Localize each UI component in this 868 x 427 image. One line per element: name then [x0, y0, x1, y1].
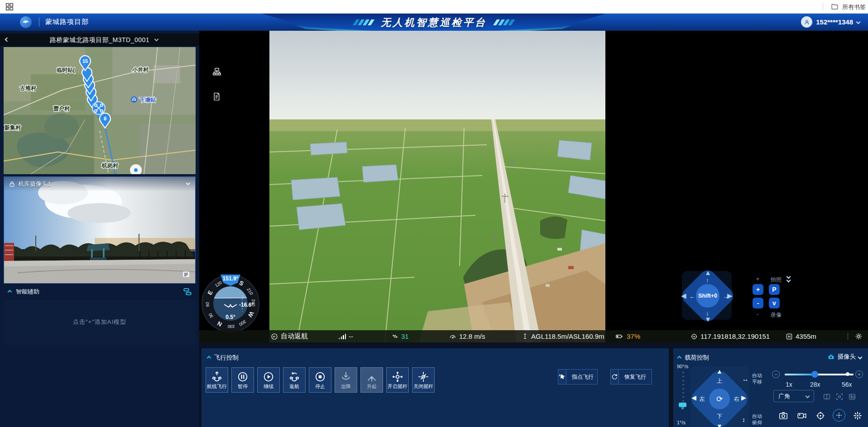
zoom-plus-label: +: [756, 276, 759, 282]
gimbal-control-active-icon[interactable]: [833, 409, 845, 422]
ai-models-icon[interactable]: [183, 287, 192, 296]
ai-model-empty-area[interactable]: 点击"+"添加AI模型: [4, 299, 196, 345]
dpad-down-triangle-icon[interactable]: ▼: [716, 423, 723, 427]
drone-video-feed: [269, 31, 605, 342]
route-flight-button[interactable]: 航线飞行: [206, 367, 228, 393]
device-title: 路桥蒙城北路项目部_M3TD_0001: [0, 33, 199, 46]
joystick-off-icon: [417, 371, 429, 383]
zoom-max-dot: [846, 372, 849, 376]
browser-bookmark-bar: 所有书签: [0, 0, 868, 14]
stop-button[interactable]: 停止: [309, 367, 331, 393]
left-sidebar: 路桥蒙城北路项目部_M3TD_0001 临时站( 小井村: [0, 31, 199, 427]
take-photo-icon[interactable]: [778, 411, 788, 421]
telemetry-status-bar: 自动返航 -- 31 12.8 m/s AGL118.5m/ASL160.9m …: [199, 330, 868, 342]
pause-button[interactable]: 暂停: [231, 367, 254, 393]
payload-control-header[interactable]: 载荷控制: [678, 354, 709, 362]
photo-key-button[interactable]: P: [769, 284, 780, 295]
return-home-icon: [288, 371, 300, 383]
dock-camera-collapse-icon[interactable]: [186, 181, 191, 185]
dpad-up-label: 上: [717, 377, 722, 385]
dpad-right-triangle-icon[interactable]: ▶: [741, 394, 746, 401]
joystick-on-icon: [392, 371, 403, 383]
ai-empty-hint: 点击"+"添加AI模型: [73, 318, 126, 326]
zoom-tick-28x: 28x: [810, 381, 820, 388]
gimbal-speed-max: 90°/s: [677, 364, 688, 369]
signal-strength: --: [339, 330, 353, 342]
device-topology-icon[interactable]: [212, 67, 222, 77]
dock-lock-icon: [9, 181, 15, 188]
screen-split-icon[interactable]: [823, 393, 831, 401]
auto-tilt-arrows-icon[interactable]: ↕: [742, 416, 745, 423]
zoom-plus-button[interactable]: +: [855, 370, 863, 378]
pad-down-triangle-icon[interactable]: ▼: [705, 316, 711, 323]
user-menu[interactable]: 152****1348: [801, 16, 860, 28]
point-flight-button[interactable]: 指点飞行: [558, 369, 598, 384]
battery-value: 37%: [627, 332, 640, 340]
take-off-icon: [366, 371, 378, 383]
apps-grid-icon[interactable]: [5, 2, 14, 12]
screen-grid-icon[interactable]: [848, 393, 856, 401]
auto-tilt-label: 自动俯仰: [752, 413, 764, 426]
lens-mode-dropdown[interactable]: 广角: [773, 390, 814, 402]
return-home-button[interactable]: 返航: [283, 367, 306, 393]
gimbal-center-key[interactable]: Shift+0: [696, 284, 719, 308]
zoom-slider-handle[interactable]: [811, 371, 818, 378]
record-key-button[interactable]: v: [769, 298, 780, 308]
dpad-up-triangle-icon[interactable]: ▲: [716, 368, 723, 375]
arrow-left-icon: ←: [689, 293, 695, 300]
gimbal-speed-min: 1°/s: [677, 420, 686, 425]
gps-coordinates: 117.191818,32.190151: [691, 330, 770, 342]
auto-pan-label: 自动平移: [752, 373, 764, 385]
map-label: 杭岗村: [101, 162, 118, 169]
rotate-icon: ⟳: [716, 394, 723, 404]
pause-icon: [237, 371, 249, 383]
dpad-left-triangle-icon[interactable]: ◀: [691, 394, 696, 401]
gimbal-speed-track[interactable]: [682, 372, 684, 407]
enable-joystick-button[interactable]: 开启摇杆: [386, 367, 409, 393]
satellite-value: 31: [401, 332, 409, 340]
chevron-down-icon: [858, 355, 863, 359]
screen-fit-icon[interactable]: [835, 393, 844, 401]
svg-text:330: 330: [228, 324, 235, 329]
record-label: 录像: [771, 311, 782, 319]
all-bookmarks-button[interactable]: 所有书签: [842, 3, 866, 11]
heading-value: 151.9°: [223, 275, 239, 282]
flight-log-icon[interactable]: [212, 92, 221, 101]
record-video-icon[interactable]: [797, 411, 807, 421]
flight-control-header[interactable]: 飞行控制: [207, 354, 239, 362]
ai-assist-header[interactable]: 智能辅助: [0, 286, 199, 297]
zoom-out-button[interactable]: -: [753, 298, 763, 308]
camera-selector[interactable]: 摄像头: [827, 353, 862, 361]
svg-text:15: 15: [82, 58, 88, 64]
disable-joystick-button[interactable]: 关闭摇杆: [412, 367, 435, 393]
app-header: 蒙城路项目部 无人机智慧巡检平台 152****1348: [0, 14, 868, 31]
org-name: 蒙城路项目部: [45, 18, 89, 26]
bookmark-divider: [823, 3, 823, 10]
gimbal-speed-handle[interactable]: [679, 403, 686, 407]
home-distance: 4355m: [786, 330, 816, 342]
camera-list-icon[interactable]: [182, 270, 191, 279]
gimbal-recenter-button[interactable]: ⟳: [709, 389, 730, 409]
target-lock-icon[interactable]: [815, 411, 825, 421]
continue-button[interactable]: 继续: [257, 367, 280, 393]
device-header: 路桥蒙城北路项目部_M3TD_0001: [0, 33, 199, 46]
route-map[interactable]: 临时站( 小井村 古堆村 曹户村 塘新集村 杭岗村 下塘站 15: [4, 47, 196, 174]
beacon-light-icon[interactable]: [853, 411, 863, 421]
zoom-minus-button[interactable]: −: [772, 370, 780, 378]
dpad-left-label: 左: [700, 395, 705, 403]
pad-left-triangle-icon[interactable]: ◀: [681, 292, 686, 299]
auto-pan-arrows-icon[interactable]: ↔: [742, 375, 748, 383]
metro-station-icon: [131, 96, 137, 103]
pad-up-triangle-icon[interactable]: ▲: [705, 269, 711, 276]
map-label: 古堆村: [19, 85, 36, 91]
collapse-double-chevron-icon[interactable]: [787, 275, 790, 282]
folder-icon: [831, 3, 839, 10]
resume-flight-button[interactable]: 恢复飞行: [610, 369, 652, 384]
status-divider: [848, 333, 848, 340]
map-label: 小井村: [132, 66, 149, 73]
webcam-icon: [827, 353, 835, 361]
settings-gear-icon[interactable]: [855, 330, 863, 342]
signal-bars-icon: [339, 334, 346, 339]
dock-camera-panel[interactable]: 机库摄像头1: [4, 176, 196, 284]
zoom-in-button[interactable]: +: [753, 284, 763, 295]
